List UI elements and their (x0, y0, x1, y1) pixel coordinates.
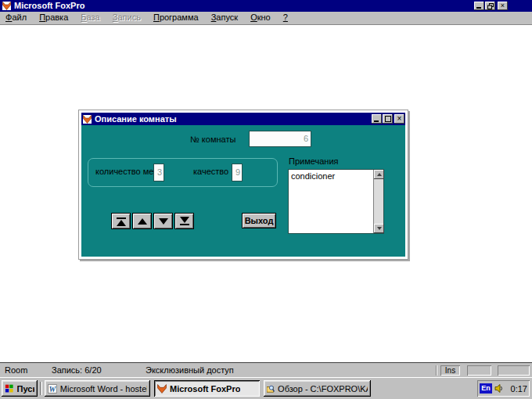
svg-text:W: W (49, 384, 57, 393)
taskbar-foxpro-button[interactable]: Microsoft FoxPro (154, 380, 260, 397)
screen: Microsoft FoxPro × Файл Правка База Запи… (0, 0, 532, 399)
restore-icon (487, 3, 494, 9)
browse-icon (267, 384, 275, 394)
room-params-groupbox: количество мест 3 качество 9 (88, 158, 278, 187)
seats-label: количество мест (95, 167, 162, 176)
start-flag-icon (5, 384, 14, 394)
taskbar-foxpro-label: Microsoft FoxPro (170, 384, 240, 394)
taskbar-word-button[interactable]: W Microsoft Word - hostel (45, 380, 150, 397)
main-menubar: Файл Правка База Запись Программа Запуск… (0, 12, 532, 25)
quality-label: качество (193, 167, 228, 176)
room-number-value: 6 (304, 134, 308, 143)
menu-run[interactable]: Запуск (207, 12, 242, 23)
dialog-minimize-icon (374, 120, 379, 122)
taskbar-divider (40, 382, 42, 395)
foxpro-app-icon (2, 2, 11, 10)
record-last-button[interactable] (174, 213, 194, 229)
record-prev-button[interactable] (132, 213, 152, 229)
scroll-down-icon (377, 227, 382, 230)
notes-label: Примечания (289, 156, 339, 166)
last-record-icon (180, 224, 189, 225)
minimize-button[interactable] (474, 2, 484, 10)
close-button[interactable]: × (498, 2, 508, 10)
statusbar: Room Запись: 6/20 Эксклюзивный доступ In… (0, 362, 532, 377)
scroll-up-icon (377, 173, 382, 176)
dialog-minimize-button[interactable] (372, 114, 382, 124)
dialog-maximize-icon (385, 116, 391, 122)
exit-button[interactable]: Выход (242, 213, 276, 228)
room-dialog: Описание комнаты × № комнаты 6 количеств… (78, 110, 408, 260)
menu-help[interactable]: ? (279, 12, 292, 23)
room-number-field[interactable]: 6 (249, 131, 311, 147)
last-record-arrow (180, 217, 189, 223)
notes-memo[interactable]: condicioner (288, 169, 384, 234)
taskbar: Пуск W Microsoft Word - hostel Microsoft… (0, 377, 532, 399)
main-window-title: Microsoft FoxPro (14, 0, 84, 12)
start-label: Пуск (17, 384, 34, 394)
menu-window[interactable]: Окно (246, 12, 275, 23)
menu-database: База (77, 12, 103, 23)
dialog-maximize-button[interactable] (383, 114, 393, 124)
taskbar-browse-label: Обзор - C:\FOXPRO\KAD... (278, 384, 368, 394)
prev-record-icon (138, 218, 147, 225)
menu-file[interactable]: Файл (2, 12, 31, 23)
start-button[interactable]: Пуск (2, 380, 38, 397)
restore-button[interactable] (485, 2, 495, 10)
fox-icon (157, 384, 167, 394)
scroll-up-button[interactable] (374, 170, 384, 179)
status-divider (436, 365, 437, 376)
scroll-down-button[interactable] (374, 224, 384, 233)
taskbar-word-label: Microsoft Word - hostel (60, 384, 147, 394)
main-titlebar: Microsoft FoxPro × (0, 0, 532, 12)
notes-text: condicioner (291, 171, 371, 181)
record-first-button[interactable] (111, 213, 131, 229)
tray-clock: 0:17 (511, 384, 527, 394)
menu-record: Запись (109, 12, 145, 23)
seats-value: 3 (157, 167, 162, 177)
word-icon: W (48, 384, 57, 394)
status-empty-panel-1 (467, 365, 491, 376)
minimize-icon (476, 7, 481, 9)
first-record-icon (117, 217, 126, 219)
dialog-titlebar[interactable]: Описание комнаты × (81, 113, 405, 125)
status-access-mode: Эксклюзивный доступ (146, 365, 234, 375)
status-table-name: Room (5, 365, 27, 375)
status-ins-indicator: Ins (440, 365, 460, 376)
dialog-fox-icon (83, 115, 92, 124)
quality-field[interactable]: 9 (232, 164, 243, 182)
system-tray: En 0:17 (477, 380, 530, 397)
dialog-close-button[interactable]: × (394, 114, 404, 124)
dialog-body: № комнаты 6 количество мест 3 качество 9… (81, 125, 405, 257)
quality-value: 9 (235, 167, 240, 177)
dialog-close-icon: × (397, 115, 402, 123)
speaker-icon[interactable] (494, 384, 504, 393)
menu-edit[interactable]: Правка (35, 12, 72, 23)
next-record-icon (159, 218, 168, 225)
taskbar-browse-button[interactable]: Обзор - C:\FOXPRO\KAD... (264, 380, 371, 397)
language-indicator[interactable]: En (480, 383, 492, 394)
close-icon: × (501, 2, 505, 9)
first-record-arrow (117, 220, 126, 226)
record-next-button[interactable] (153, 213, 173, 229)
seats-field[interactable]: 3 (153, 164, 164, 182)
menu-program[interactable]: Программа (149, 12, 203, 23)
room-number-label: № комнаты (190, 135, 235, 144)
status-empty-panel-2 (498, 365, 530, 376)
dialog-title: Описание комнаты (95, 114, 177, 124)
notes-scrollbar[interactable] (373, 170, 383, 233)
status-record-counter: Запись: 6/20 (52, 365, 102, 375)
